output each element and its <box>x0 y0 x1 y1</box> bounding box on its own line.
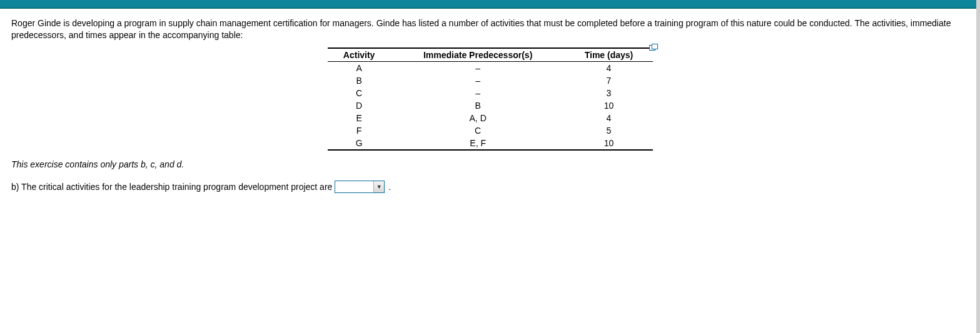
cell-activity: F <box>328 124 391 137</box>
cell-pred: C <box>391 124 565 137</box>
table-row: E A, D 4 <box>328 112 653 124</box>
cell-time: 10 <box>565 99 653 112</box>
col-activity: Activity <box>328 48 391 62</box>
cell-pred: E, F <box>391 137 565 150</box>
table-row: F C 5 <box>328 124 653 137</box>
cell-pred: – <box>391 87 565 99</box>
content-area: Roger Ginde is developing a program in s… <box>0 9 980 202</box>
cell-time: 4 <box>565 61 653 74</box>
table-row: C – 3 <box>328 87 653 99</box>
cell-pred: A, D <box>391 112 565 124</box>
cell-time: 5 <box>565 124 653 137</box>
table-row: G E, F 10 <box>328 137 653 150</box>
cell-time: 3 <box>565 87 653 99</box>
cell-pred: B <box>391 99 565 112</box>
cell-time: 10 <box>565 137 653 150</box>
table-row: B – 7 <box>328 74 653 87</box>
cell-activity: B <box>328 74 391 87</box>
cell-pred: – <box>391 61 565 74</box>
question-b-row: b) The critical activities for the leade… <box>11 181 969 193</box>
chevron-down-icon: ▼ <box>373 181 384 192</box>
cell-activity: G <box>328 137 391 150</box>
answer-dropdown[interactable]: ▼ <box>335 181 385 193</box>
cell-activity: D <box>328 99 391 112</box>
cell-time: 4 <box>565 112 653 124</box>
right-scroll-edge <box>976 0 980 202</box>
table-row: D B 10 <box>328 99 653 112</box>
sentence-period: . <box>388 182 391 192</box>
problem-statement: Roger Ginde is developing a program in s… <box>11 17 969 41</box>
cell-time: 7 <box>565 74 653 87</box>
question-b-text: b) The critical activities for the leade… <box>11 182 332 192</box>
cell-activity: E <box>328 112 391 124</box>
table-header-row: Activity Immediate Predecessor(s) Time (… <box>328 48 653 62</box>
cell-pred: – <box>391 74 565 87</box>
header-bar <box>0 0 980 9</box>
col-predecessor: Immediate Predecessor(s) <box>391 48 565 62</box>
activity-table-wrap: Activity Immediate Predecessor(s) Time (… <box>328 47 653 151</box>
cell-activity: A <box>328 61 391 74</box>
cell-activity: C <box>328 87 391 99</box>
popout-icon[interactable] <box>649 44 658 51</box>
activity-table: Activity Immediate Predecessor(s) Time (… <box>328 47 653 151</box>
col-time: Time (days) <box>565 48 653 62</box>
table-row: A – 4 <box>328 61 653 74</box>
exercise-note: This exercise contains only parts b, c, … <box>11 159 969 169</box>
svg-rect-1 <box>652 44 657 49</box>
